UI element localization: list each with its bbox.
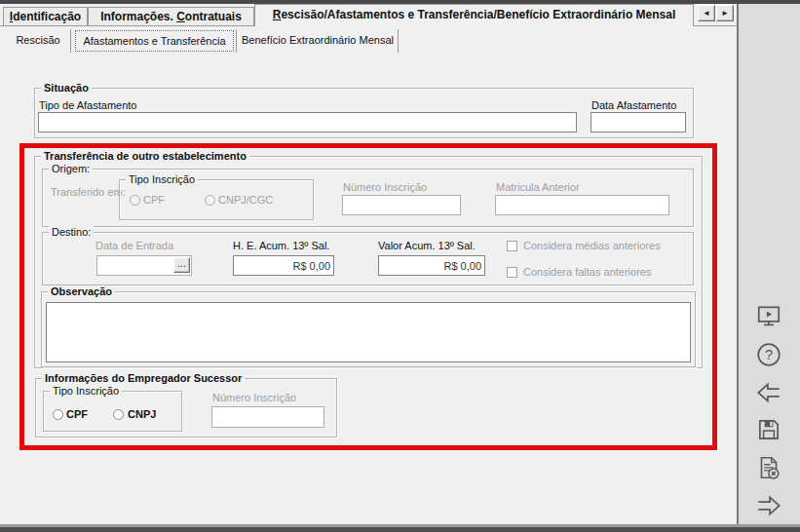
tab-label-accel: C (176, 10, 185, 23)
toolbar-help-button[interactable]: ? (755, 341, 782, 368)
checkbox-considera-medias[interactable] (507, 241, 517, 251)
tab-label: dentificação (13, 10, 81, 23)
toolbar-delete-record-button[interactable] (755, 454, 782, 481)
subtab-afastamentos-transferencia[interactable]: Afastamentos e Transferência (75, 30, 234, 52)
radio-cnpj-sucessor-label: CNPJ (128, 408, 156, 420)
toolbar-save-button[interactable] (755, 416, 782, 443)
tipo-afastamento-input[interactable] (38, 112, 577, 133)
application-window: Identificação Informações. Contratuais R… (0, 0, 800, 532)
radio-cpf-origem-label: CPF (143, 194, 165, 206)
svg-text:?: ? (765, 346, 773, 362)
tab-label: escisão/Afastamentos e Transferência/Ben… (281, 8, 675, 21)
valor-acum-label: Valor Acum. 13º Sal. (378, 240, 476, 251)
group-tipo-inscricao-sucessor-title: Tipo Inscrição (50, 385, 122, 398)
data-afastamento-input[interactable] (590, 112, 686, 133)
group-situacao-title: Situação (41, 82, 92, 95)
toolbar-preview-button[interactable] (755, 303, 782, 330)
group-transferencia-title: Transferência de outro estabelecimento (41, 150, 249, 163)
subtab-beneficio-extraordinario[interactable]: Benefício Extraordinário Mensal (242, 30, 394, 50)
group-tipo-inscricao-sucessor: Tipo Inscrição (43, 391, 182, 432)
tab-scroll-left-button[interactable]: ◄ (698, 5, 715, 21)
subtab-separator (398, 29, 399, 53)
data-entrada-label: Data de Entrada (95, 240, 173, 251)
group-empregador-sucessor-title: Informações do Empregador Sucessor (42, 372, 245, 385)
checkbox-considera-faltas[interactable] (507, 267, 517, 278)
tab-label: ontratuais (185, 10, 242, 23)
tab-rescisao-afastamentos[interactable]: Rescisão/Afastamentos e Transferência/Be… (254, 4, 694, 26)
window-bottom-strip (0, 527, 800, 532)
arrow-left-icon (755, 379, 782, 406)
valor-acum-input[interactable] (378, 255, 485, 276)
checkbox-considera-medias-label: Considera médias anteriores (523, 240, 661, 251)
group-origem-title: Origem: (49, 163, 93, 175)
group-observacao-title: Observação (48, 285, 115, 298)
arrow-left-small-icon: ◄ (703, 9, 710, 18)
toolbar-sidebar (739, 4, 800, 527)
numero-inscricao-sucessor-label: Número Inscrição (212, 392, 296, 403)
transferido-em-label: Transferido em: (51, 186, 126, 198)
numero-inscricao-origem-label: Número Inscrição (343, 181, 427, 193)
arrow-right-small-icon: ► (721, 9, 729, 18)
data-afastamento-label: Data Afastamento (591, 99, 676, 111)
radio-cnpj-cgc-origem-label: CNPJ/CGC (218, 194, 273, 206)
group-tipo-inscricao-origem-title: Tipo Inscrição (126, 173, 198, 186)
tab-identificacao[interactable]: Identificação (3, 7, 88, 25)
matricula-anterior-input[interactable] (495, 195, 669, 215)
help-icon: ? (755, 341, 782, 368)
radio-cpf-sucessor-label: CPF (66, 408, 88, 420)
radio-cnpj-sucessor[interactable] (113, 409, 124, 420)
numero-inscricao-origem-input[interactable] (342, 195, 461, 215)
checkbox-considera-faltas-label: Considera faltas anteriores (523, 266, 651, 278)
save-icon (755, 416, 782, 443)
he-acum-input[interactable] (233, 255, 334, 276)
tab-label: Informações. (100, 10, 176, 23)
observacao-textarea[interactable] (46, 302, 691, 362)
subtab-rescisao[interactable]: Rescisão (8, 30, 68, 50)
monitor-play-icon (755, 303, 782, 330)
radio-cnpj-cgc-origem[interactable] (205, 195, 215, 206)
subtab-separator (236, 29, 237, 53)
data-entrada-browse-button[interactable]: ... (173, 257, 190, 273)
toolbar-next-button[interactable] (755, 492, 782, 519)
arrow-right-icon (755, 492, 782, 519)
tipo-afastamento-label: Tipo de Afastamento (39, 99, 137, 111)
tab-scroll-right-button[interactable]: ► (716, 5, 734, 21)
radio-cpf-sucessor[interactable] (53, 409, 63, 420)
group-destino-title: Destino: (49, 226, 94, 239)
he-acum-label: H. E. Acum. 13º Sal. (233, 240, 329, 251)
toolbar-previous-button[interactable] (755, 379, 782, 406)
subtab-separator (70, 29, 71, 53)
matricula-anterior-label: Matricula Anterior (496, 181, 580, 193)
radio-cpf-origem[interactable] (130, 195, 140, 206)
tab-informacoes-contratuais[interactable]: Informações. Contratuais (88, 7, 254, 25)
document-delete-icon (755, 454, 782, 481)
numero-inscricao-sucessor-input[interactable] (211, 406, 324, 428)
